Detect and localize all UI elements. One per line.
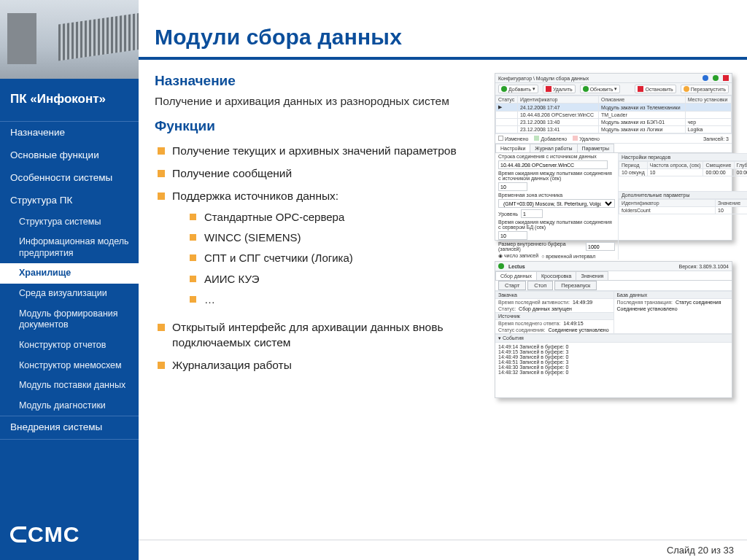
radio-interval[interactable]: ○ временной интервал: [541, 254, 595, 259]
settings-right: Настройки периодов ПериодЧастота опроса,…: [619, 153, 747, 260]
log-line: 14:49:14 Записей в буфере: 0: [498, 344, 729, 349]
tab[interactable]: Кроссировка: [536, 271, 576, 280]
tab[interactable]: Значения: [576, 271, 608, 280]
nav-subitem[interactable]: Среда визуализации: [0, 284, 139, 304]
table-row[interactable]: 23.12.2008 13:40Модуль закачки из БЭП-01…: [496, 119, 732, 126]
section-text: Получение и архивация данных из разнород…: [155, 95, 484, 108]
table-row[interactable]: ▶24.12.2008 17:47Модуль закачки из Телем…: [496, 104, 732, 112]
section-heading: Функции: [155, 118, 484, 134]
legend: Изменено Добавлено Удалено Записей: 3: [495, 133, 732, 144]
level-input[interactable]: [521, 209, 543, 218]
button-row: Старт Стоп Перезапуск: [495, 281, 732, 290]
logo-text: CMC: [28, 522, 80, 547]
stop-icon: [638, 86, 643, 92]
x-icon: [546, 86, 551, 92]
restart-button[interactable]: Перезапуск: [554, 281, 597, 290]
screenshots-column: Конфигуратор \ Модули сбора данных Добав…: [495, 70, 734, 540]
window-title: Конфигуратор \ Модули сбора данных: [498, 76, 589, 81]
settings-left: Строка соединения с источником данных Вр…: [495, 153, 619, 260]
nav-subitem[interactable]: Модуль диагностики: [0, 396, 139, 416]
start-button[interactable]: Старт: [498, 281, 526, 290]
log-line: 14:48:30 Записей в буфере: 0: [498, 365, 729, 370]
sub-bullet-list: Стандартные OPC-сервера WINCC (SIEMENS) …: [190, 207, 484, 310]
screenshot-lectus: Lectus Версия: 3.809.3.1004 Сбор данных …: [495, 261, 732, 398]
product-name: ПК «Инфоконт»: [0, 79, 139, 121]
logo: CMC: [0, 512, 139, 560]
window-icon: [703, 75, 708, 81]
extra-header: Дополнительные параметры: [619, 191, 747, 199]
wait-db-input[interactable]: [498, 231, 527, 240]
tab[interactable]: Журнал работы: [530, 144, 577, 152]
stop-button[interactable]: Стоп: [527, 281, 553, 290]
toolbar: Добавить ▾ Удалить Обновить ▾ Остановить…: [495, 83, 732, 96]
text-column: Назначение Получение и архивация данных …: [155, 70, 484, 540]
conn-string-input[interactable]: [498, 160, 608, 169]
tz-select[interactable]: (GMT+03:00) Moscow, St. Peterburg, Volgo…: [498, 199, 615, 208]
status-right: База данных Последняя транзакция:Статус …: [614, 291, 732, 333]
plus-icon: [501, 86, 507, 92]
nav-subitem[interactable]: Модуль поставки данных: [0, 376, 139, 396]
window-title-bar: Конфигуратор \ Модули сбора данных: [495, 74, 732, 83]
table-row[interactable]: foldersCount10: [619, 207, 748, 214]
footer: Слайд 20 из 33: [139, 540, 747, 560]
sub-bullet: WINCC (SIEMENS): [190, 228, 484, 248]
nav-subitem[interactable]: Информационная модель предприятия: [0, 232, 139, 263]
sidebar-nav: Назначение Основные функции Особенности …: [0, 121, 139, 440]
nav-item[interactable]: Особенности системы: [0, 167, 139, 190]
nav-subitem[interactable]: Модуль формирования документов: [0, 304, 139, 335]
tabs: Сбор данных Кроссировка Значения: [495, 271, 732, 281]
bullet: Поддержка источников данных: Стандартные…: [156, 185, 484, 316]
periods-table: ПериодЧастота опроса, (сек)СмещениеГлуби…: [619, 161, 747, 176]
log: 14:49:14 Записей в буфере: 0 14:49:15 За…: [495, 343, 732, 376]
divider: [0, 439, 139, 440]
stop-button[interactable]: Остановить: [635, 85, 676, 93]
legend-swatch: [573, 136, 578, 141]
sidebar-photo: [0, 0, 139, 79]
legend-swatch: [534, 136, 539, 141]
bullet: Открытый интерфейс для архивации данных …: [156, 316, 484, 354]
bufsize-input[interactable]: [586, 242, 615, 251]
log-line: 14:48:32 Записей в буфере: 0: [498, 370, 729, 375]
logo-c-icon: [10, 526, 26, 542]
table-row[interactable]: 10 секунд1000:00:0000:00:0: [619, 169, 748, 176]
nav-item[interactable]: Основные функции: [0, 144, 139, 167]
bullet-text: Поддержка источников данных:: [172, 190, 338, 202]
table-row[interactable]: 10.44.48.208 OPCserver.WinCCTM_Loader: [496, 112, 732, 119]
tab[interactable]: Настройки: [495, 144, 530, 152]
tab[interactable]: Сбор данных: [495, 271, 537, 280]
section-heading: Назначение: [155, 73, 484, 89]
sidebar: ПК «Инфоконт» Назначение Основные функци…: [0, 0, 139, 560]
page-title: Модули сбора данных: [155, 25, 747, 50]
nav-subitem[interactable]: Конструктор отчетов: [0, 335, 139, 356]
nav-item[interactable]: Структура ПК: [0, 190, 139, 212]
group-header: Закачка: [495, 291, 614, 299]
nav-item[interactable]: Внедрения системы: [0, 416, 139, 439]
sub-bullet: СПТ и СПГ счетчики (Логика): [190, 248, 484, 268]
restart-icon: [684, 86, 689, 92]
log-header: ▾ События: [495, 334, 732, 343]
content: Назначение Получение и архивация данных …: [139, 60, 747, 540]
slide-counter: Слайд 20 из 33: [667, 545, 734, 556]
refresh-button[interactable]: Обновить ▾: [580, 85, 621, 93]
nav-subitem[interactable]: Конструктор мнемосхем: [0, 356, 139, 376]
periods-header: Настройки периодов: [619, 153, 747, 161]
bullet: Получение текущих и архивных значений па…: [156, 140, 484, 163]
main: Модули сбора данных Назначение Получение…: [139, 0, 747, 560]
table-row[interactable]: 23.12.2008 13:41Модуль закачки из Логики…: [496, 126, 732, 133]
legend-swatch: [498, 136, 503, 141]
nav-subitem-active[interactable]: Хранилище: [0, 263, 139, 284]
nav-item[interactable]: Назначение: [0, 122, 139, 144]
restart-button[interactable]: Перезапустить: [681, 85, 729, 93]
extra-table: ИдентификаторЗначение foldersCount10: [619, 199, 747, 214]
add-button[interactable]: Добавить ▾: [498, 85, 538, 93]
window-icon: [723, 75, 729, 81]
delete-button[interactable]: Удалить: [543, 85, 576, 93]
bullet: Журнализация работы: [156, 354, 484, 377]
tab[interactable]: Параметры: [577, 144, 614, 152]
wait-src-input[interactable]: [498, 182, 527, 191]
nav-subitem[interactable]: Структура системы: [0, 212, 139, 233]
app-icon: [498, 263, 504, 269]
refresh-icon: [583, 86, 589, 92]
radio-records[interactable]: ◉ число записей: [498, 253, 538, 259]
status-left: Закачка Время последней активности:14:49…: [495, 291, 614, 333]
